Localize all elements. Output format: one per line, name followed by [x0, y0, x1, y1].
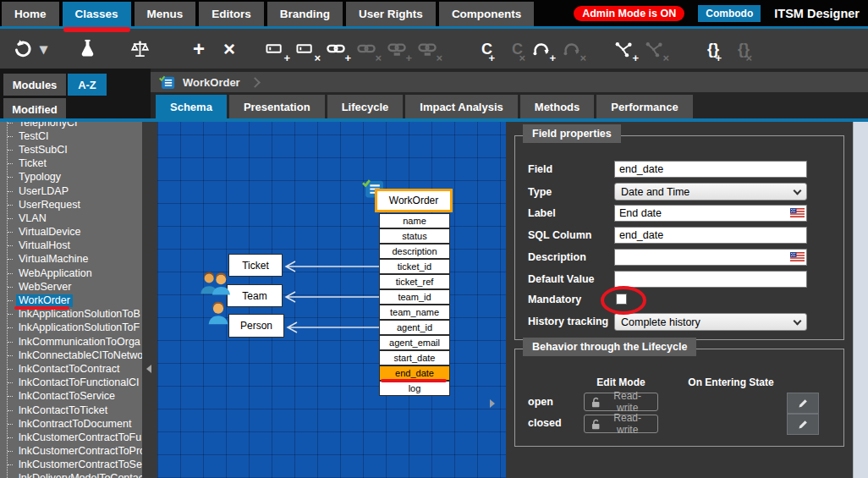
person-icon — [204, 299, 233, 327]
nav-tab[interactable]: Menus — [135, 2, 196, 26]
diagram-field-row[interactable]: description — [379, 244, 450, 259]
class-list-item[interactable]: VirtualMachine — [0, 253, 142, 266]
sql-column-input[interactable] — [614, 227, 807, 244]
add-field-icon[interactable]: + — [262, 36, 288, 63]
diagram-field-row[interactable]: status — [379, 228, 450, 244]
add-transition-icon[interactable]: + — [528, 36, 553, 63]
simulation-flask-icon[interactable] — [74, 36, 100, 63]
field-input[interactable] — [614, 161, 807, 178]
class-list-item[interactable]: TestCI — [0, 129, 142, 143]
class-list-item[interactable]: WebApplication — [0, 266, 142, 280]
class-list-item[interactable]: lnkContactToService — [0, 390, 142, 404]
nav-tab[interactable]: Editors — [199, 2, 264, 26]
diagram-field-row[interactable]: ticket_ref — [379, 274, 450, 289]
add-class-icon[interactable]: C + — [467, 36, 492, 63]
class-list-item[interactable]: lnkContactToTicket — [0, 404, 142, 417]
diagram-field-row[interactable]: agent_email — [379, 335, 450, 350]
class-list-item[interactable]: TestSubCI — [0, 143, 142, 157]
class-tab[interactable]: Impact Analysis — [405, 95, 518, 119]
edit-mode-button-closed[interactable]: Read-write — [584, 415, 658, 433]
sidebar-tab-modules[interactable]: Modules — [3, 74, 66, 96]
diagram-field-row[interactable]: end_date — [379, 365, 450, 381]
delete-icon[interactable]: × — [210, 36, 235, 63]
class-list-item[interactable]: lnkCommunicationToOrga — [0, 335, 142, 349]
delete-relation-icon[interactable]: × — [641, 36, 667, 63]
diagram-field-row[interactable]: team_id — [379, 289, 450, 305]
class-tab[interactable]: Schema — [156, 95, 227, 119]
schema-canvas[interactable]: WorkOrder name status description ticket… — [157, 122, 506, 478]
related-class-person[interactable]: Person — [228, 314, 284, 338]
edit-entering-state-button-open[interactable] — [787, 393, 819, 414]
modified-filter-button[interactable]: Modified — [3, 98, 66, 120]
class-list-item[interactable]: lnkApplicationSolutionToF — [0, 321, 142, 335]
class-list-item[interactable]: VirtualDevice — [0, 226, 142, 239]
vertical-scrollbar[interactable] — [853, 122, 868, 478]
class-list-item[interactable]: UserRequest — [0, 198, 142, 212]
add-relation-icon[interactable]: + — [611, 36, 636, 63]
class-list-item[interactable]: Ticket — [0, 157, 142, 171]
description-input[interactable] — [614, 249, 807, 266]
add-link-icon[interactable]: + — [323, 36, 349, 63]
class-tab[interactable]: Presentation — [229, 95, 325, 119]
diagram-field-row[interactable]: name — [379, 213, 450, 228]
delete-transition-icon[interactable]: × — [558, 36, 584, 63]
sidebar-tab-az[interactable]: A-Z — [68, 74, 107, 96]
class-list-item[interactable]: lnkCustomerContractToFu — [0, 431, 142, 444]
diagram-field-row[interactable]: team_name — [379, 305, 450, 320]
delete-preset-icon[interactable]: {} × — [724, 36, 750, 63]
class-tab[interactable]: Lifecycle — [327, 95, 404, 119]
collapse-sidebar-handle[interactable] — [146, 365, 151, 373]
diagram-field-row[interactable]: start_date — [379, 350, 450, 365]
class-list-item[interactable]: VLAN — [0, 212, 142, 225]
type-select[interactable]: Date and Time — [614, 183, 807, 201]
class-list-item[interactable]: TelephonyCI — [0, 122, 142, 129]
class-list-item[interactable]: lnkContactToContract — [0, 362, 142, 376]
class-tab-label: Lifecycle — [342, 101, 389, 113]
class-list-item[interactable]: lnkCustomerContractToPro — [0, 445, 142, 459]
nav-tab[interactable]: Branding — [267, 2, 343, 26]
edit-entering-state-button-closed[interactable] — [787, 414, 819, 435]
delete-link-icon[interactable]: × — [354, 36, 379, 63]
delete-external-key-icon[interactable]: × — [415, 36, 440, 63]
label-input[interactable] — [614, 205, 807, 222]
class-list-item[interactable]: WebServer — [0, 280, 142, 294]
compare-scales-icon[interactable] — [127, 36, 152, 63]
class-tab[interactable]: Methods — [520, 95, 594, 119]
class-list[interactable]: TelephonyCI TestCI TestSubCI Ticket Typo… — [0, 122, 142, 478]
class-list-item[interactable]: lnkContactToFunctionalCI — [0, 376, 142, 390]
class-list-item-label: UserLDAP — [16, 185, 71, 198]
nav-tab[interactable]: User Rights — [346, 2, 436, 26]
class-list-item[interactable]: WorkOrder — [0, 294, 142, 307]
diagram-class-box[interactable]: WorkOrder — [375, 189, 453, 212]
class-list-item[interactable]: lnkContractToDocument — [0, 417, 142, 431]
diagram-field-row[interactable]: agent_id — [379, 320, 450, 335]
diagram-field-row[interactable]: ticket_id — [379, 259, 450, 274]
undo-icon[interactable] — [10, 36, 36, 63]
class-list-item[interactable]: UserLDAP — [0, 184, 142, 198]
related-class-team[interactable]: Team — [227, 284, 283, 307]
class-list-item[interactable]: lnkConnectableCIToNetwo — [0, 349, 142, 362]
sidebar-splitter[interactable] — [142, 122, 157, 478]
class-list-item[interactable]: Typology — [0, 171, 142, 184]
delete-field-icon[interactable]: × — [293, 36, 318, 63]
add-preset-icon[interactable]: {} + — [694, 36, 719, 63]
breadcrumb-class-name[interactable]: WorkOrder — [183, 76, 240, 89]
related-class-ticket[interactable]: Ticket — [228, 254, 283, 277]
nav-tab[interactable]: Home — [2, 2, 59, 26]
diagram-field-row[interactable]: log — [379, 381, 450, 396]
class-list-item[interactable]: lnkDeliveryModelToContac — [0, 472, 142, 478]
undo-menu-caret-icon[interactable]: ▾ — [37, 36, 47, 63]
class-list-item[interactable]: lnkApplicationSolutionToB — [0, 308, 142, 321]
delete-class-icon[interactable]: C × — [497, 36, 523, 63]
class-list-item[interactable]: lnkCustomerContractToSer — [0, 459, 142, 472]
edit-mode-button-open[interactable]: Read-write — [584, 393, 658, 411]
class-list-item-label: VirtualMachine — [16, 253, 91, 266]
nav-tab[interactable]: Components — [439, 2, 535, 26]
nav-tab[interactable]: Classes — [63, 2, 131, 26]
class-list-item[interactable]: VirtualHost — [0, 239, 142, 253]
add-icon[interactable]: + — [179, 36, 205, 63]
collapse-panel-handle[interactable] — [490, 399, 495, 408]
class-tab[interactable]: Performance — [596, 95, 692, 119]
app-title: ITSM Designer — [774, 7, 860, 20]
add-external-key-icon[interactable]: + — [384, 36, 409, 63]
